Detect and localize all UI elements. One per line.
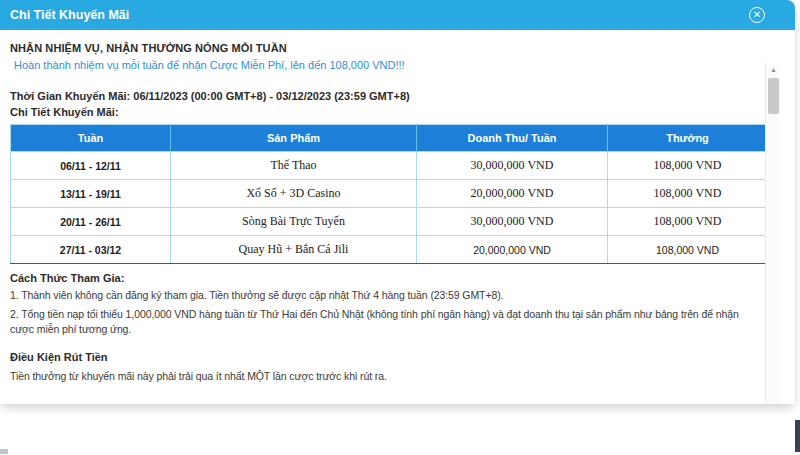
how-to-item-2: 2. Tổng tiền nạp tối thiểu 1,000,000 VND… — [10, 307, 762, 337]
product-cell: Sòng Bài Trực Tuyến — [171, 208, 417, 236]
table-row: 20/11 - 26/11Sòng Bài Trực Tuyến30,000,0… — [11, 208, 768, 236]
scrollbar-thumb[interactable] — [768, 78, 779, 114]
scroll-fade — [0, 388, 795, 404]
week-cell: 13/11 - 19/11 — [11, 180, 171, 208]
how-to-item-1: 1. Thành viên không cần đăng ký tham gia… — [10, 288, 762, 303]
week-cell: 27/11 - 03/12 — [11, 236, 171, 264]
table-row: 06/11 - 12/11Thể Thao30,000,000 VND108,0… — [11, 152, 768, 180]
product-cell: Quay Hũ + Bắn Cá Jili — [171, 236, 417, 264]
week-cell: 06/11 - 12/11 — [11, 152, 171, 180]
table-row: 13/11 - 19/11Xổ Số + 3D Casino20,000,000… — [11, 180, 768, 208]
column-header: Sản Phẩm — [171, 125, 417, 152]
modal-title: Chi Tiết Khuyến Mãi — [0, 8, 129, 22]
week-cell: 20/11 - 26/11 — [11, 208, 171, 236]
promo-period: Thời Gian Khuyến Mãi: 06/11/2023 (00:00 … — [10, 90, 765, 102]
promo-table: TuầnSản PhẩmDoanh Thu/ TuầnThưởng 06/11 … — [10, 124, 768, 264]
reward-cell: 108,000 VND — [608, 180, 768, 208]
table-header-row: TuầnSản PhẩmDoanh Thu/ TuầnThưởng — [11, 125, 768, 152]
revenue-cell: 20,000,000 VND — [417, 180, 608, 208]
withdraw-title: Điều Kiện Rút Tiền — [10, 351, 765, 363]
close-icon[interactable]: ✕ — [749, 7, 765, 23]
column-header: Tuần — [11, 125, 171, 152]
promo-detail-modal: Chi Tiết Khuyến Mãi ✕ NHẬN NHIỆM VỤ, NHẬ… — [0, 0, 795, 404]
how-to-title: Cách Thức Tham Gia: — [10, 272, 765, 284]
scrollbar-up-icon[interactable]: ▲ — [766, 63, 781, 77]
promo-headline: NHẬN NHIỆM VỤ, NHẬN THƯỞNG NÓNG MỖI TUẦN — [10, 42, 765, 54]
column-header: Doanh Thu/ Tuần — [417, 125, 608, 152]
revenue-cell: 30,000,000 VND — [417, 152, 608, 180]
withdraw-text: Tiền thưởng từ khuyến mãi này phải trải … — [10, 369, 762, 384]
product-cell: Xổ Số + 3D Casino — [171, 180, 417, 208]
reward-cell: 108,000 VND — [608, 208, 768, 236]
page-scrollbar-fragment[interactable] — [795, 420, 800, 452]
page: Chi Tiết Khuyến Mãi ✕ NHẬN NHIỆM VỤ, NHẬ… — [0, 0, 800, 455]
modal-body: NHẬN NHIỆM VỤ, NHẬN THƯỞNG NÓNG MỖI TUẦN… — [0, 30, 795, 404]
reward-cell: 108,000 VND — [608, 152, 768, 180]
modal-header: Chi Tiết Khuyến Mãi ✕ — [0, 0, 795, 30]
table-row: 27/11 - 03/12Quay Hũ + Bắn Cá Jili20,000… — [11, 236, 768, 264]
modal-scrollbar[interactable]: ▲ ▼ — [765, 63, 780, 404]
reward-cell: 108,000 VND — [608, 236, 768, 264]
revenue-cell: 30,000,000 VND — [417, 208, 608, 236]
revenue-cell: 20,000,000 VND — [417, 236, 608, 264]
product-cell: Thể Thao — [171, 152, 417, 180]
column-header: Thưởng — [608, 125, 768, 152]
page-corner-fragment — [0, 449, 8, 454]
promo-details-label: Chi Tiết Khuyến Mãi: — [10, 106, 765, 118]
promo-subline: Hoàn thành nhiệm vụ mỗi tuần để nhận Cượ… — [10, 59, 765, 71]
